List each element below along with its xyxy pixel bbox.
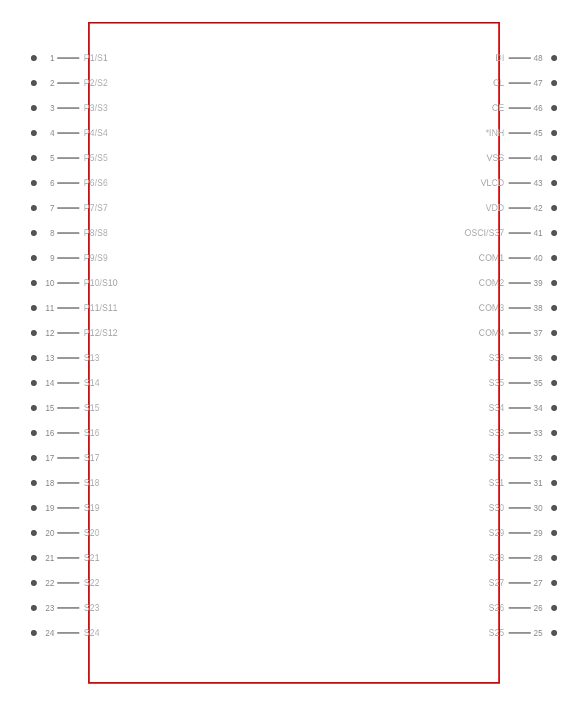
right-pin-30: 30 S30 <box>489 503 557 513</box>
right-pin-27: 27 S27 <box>489 578 557 588</box>
left-pin-10: 10 P10/S10 <box>31 278 118 288</box>
pin-number-right-39: 39 <box>534 279 550 287</box>
left-pin-15: 15 S15 <box>31 403 99 413</box>
pin-number-left-14: 14 <box>38 379 54 387</box>
pin-dot-left-21 <box>31 555 37 561</box>
pin-dot-left-20 <box>31 530 37 536</box>
pin-line-right-36 <box>509 357 531 359</box>
pin-dot-right-47 <box>551 80 557 86</box>
pin-line-right-30 <box>509 507 531 509</box>
pin-dot-right-44 <box>551 155 557 161</box>
pin-number-right-35: 35 <box>534 379 550 387</box>
pin-number-left-1: 1 <box>38 54 54 62</box>
pin-number-left-5: 5 <box>38 154 54 162</box>
left-pin-8: 8 P8/S8 <box>31 228 108 238</box>
pin-label-left-19: S19 <box>84 503 99 513</box>
pin-dot-right-48 <box>551 55 557 61</box>
pin-label-left-2: P2/S2 <box>84 78 108 88</box>
pin-number-left-24: 24 <box>38 629 54 637</box>
right-pin-25: 25 S25 <box>489 628 557 638</box>
pin-dot-left-23 <box>31 605 37 611</box>
pin-label-right-45: *INH <box>486 128 504 138</box>
chip-body: 1 P1/S1 2 P2/S2 3 P3/S3 4 P4/S4 5 P5/S5 … <box>88 22 500 684</box>
pin-line-right-46 <box>509 107 531 109</box>
pin-label-left-14: S14 <box>84 378 99 388</box>
pin-line-left-15 <box>57 407 79 409</box>
pin-label-left-4: P4/S4 <box>84 128 108 138</box>
pin-number-left-18: 18 <box>38 479 54 487</box>
pin-number-left-8: 8 <box>38 229 54 237</box>
pin-dot-right-42 <box>551 205 557 211</box>
pin-number-right-47: 47 <box>534 79 550 87</box>
pin-number-right-43: 43 <box>534 179 550 187</box>
left-pin-11: 11 P11/S11 <box>31 303 118 313</box>
pin-dot-left-14 <box>31 380 37 386</box>
left-pin-14: 14 S14 <box>31 378 99 388</box>
left-pin-1: 1 P1/S1 <box>31 53 108 63</box>
pin-line-left-23 <box>57 607 79 609</box>
pin-label-right-47: CL <box>493 78 504 88</box>
pin-dot-right-33 <box>551 430 557 436</box>
pin-number-left-19: 19 <box>38 504 54 512</box>
pin-line-left-14 <box>57 382 79 384</box>
pin-line-left-1 <box>57 57 79 59</box>
pin-number-left-11: 11 <box>38 304 54 312</box>
pin-dot-left-3 <box>31 105 37 111</box>
pin-number-right-27: 27 <box>534 579 550 587</box>
pin-line-left-22 <box>57 582 79 584</box>
pin-line-left-11 <box>57 307 79 309</box>
pin-number-right-31: 31 <box>534 479 550 487</box>
left-pin-17: 17 S17 <box>31 453 99 463</box>
pin-label-right-36: S36 <box>489 353 504 363</box>
pin-number-right-41: 41 <box>534 229 550 237</box>
left-pin-2: 2 P2/S2 <box>31 78 108 88</box>
pin-number-right-32: 32 <box>534 454 550 462</box>
pin-number-right-26: 26 <box>534 604 550 612</box>
pin-line-right-41 <box>509 232 531 234</box>
pin-number-right-45: 45 <box>534 129 550 137</box>
pin-number-right-30: 30 <box>534 504 550 512</box>
pin-dot-right-41 <box>551 230 557 236</box>
pin-dot-left-9 <box>31 255 37 261</box>
pin-number-right-44: 44 <box>534 154 550 162</box>
pin-line-right-35 <box>509 382 531 384</box>
pin-number-left-23: 23 <box>38 604 54 612</box>
pin-number-left-16: 16 <box>38 429 54 437</box>
pin-dot-right-43 <box>551 180 557 186</box>
pin-dot-right-25 <box>551 630 557 636</box>
right-pin-43: 43 VLCD <box>481 178 557 188</box>
pin-dot-left-2 <box>31 80 37 86</box>
pin-dot-right-45 <box>551 130 557 136</box>
pin-label-right-28: S28 <box>489 553 504 563</box>
pin-line-left-24 <box>57 632 79 634</box>
pin-line-right-48 <box>509 57 531 59</box>
pin-label-left-18: S18 <box>84 478 99 488</box>
pin-number-left-21: 21 <box>38 554 54 562</box>
pin-number-right-48: 48 <box>534 54 550 62</box>
pin-line-right-43 <box>509 182 531 184</box>
right-pin-38: 38 COM3 <box>478 303 557 313</box>
left-pin-20: 20 S20 <box>31 528 99 538</box>
pin-label-right-48: DI <box>495 53 504 63</box>
pin-line-left-4 <box>57 132 79 134</box>
pin-label-left-1: P1/S1 <box>84 53 108 63</box>
pin-line-left-17 <box>57 457 79 459</box>
pin-line-right-29 <box>509 532 531 534</box>
right-pin-47: 47 CL <box>493 78 557 88</box>
right-pin-44: 44 VSS <box>487 153 557 163</box>
right-pin-33: 33 S33 <box>489 428 557 438</box>
pin-label-left-9: P9/S9 <box>84 253 108 263</box>
pin-label-left-3: P3/S3 <box>84 103 108 113</box>
left-pin-4: 4 P4/S4 <box>31 128 108 138</box>
left-pin-5: 5 P5/S5 <box>31 153 108 163</box>
pin-line-left-21 <box>57 557 79 559</box>
right-pin-41: 41 OSCI/S37 <box>465 228 557 238</box>
pin-line-left-8 <box>57 232 79 234</box>
pin-label-right-25: S25 <box>489 628 504 638</box>
pin-label-left-6: P6/S6 <box>84 178 108 188</box>
pin-label-right-33: S33 <box>489 428 504 438</box>
pin-line-right-32 <box>509 457 531 459</box>
pin-dot-left-11 <box>31 305 37 311</box>
pin-label-left-12: P12/S12 <box>84 328 118 338</box>
pin-dot-right-36 <box>551 355 557 361</box>
